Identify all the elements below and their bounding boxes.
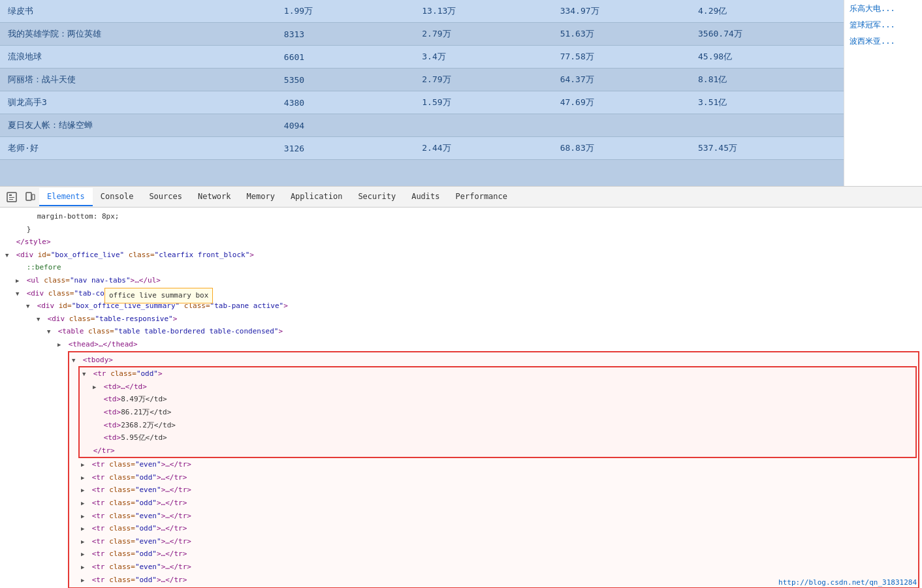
code-line-tr-odd5[interactable]: <tr class="odd">…</tr> <box>69 548 918 561</box>
table-cell: 77.58万 <box>552 46 690 69</box>
code-line-tr-odd[interactable]: <tr class="odd"> <box>80 367 915 380</box>
code-text: } <box>27 225 31 234</box>
code-line-table[interactable]: <table class="table table-bordered table… <box>0 325 922 338</box>
tab-audits[interactable]: Audits <box>404 188 447 206</box>
tag-tr: <tr <box>92 537 110 546</box>
table-cell: 8313 <box>276 23 414 46</box>
tag-td-open: <td> <box>104 421 121 429</box>
expand-icon[interactable] <box>81 499 87 508</box>
tab-security[interactable]: Security <box>350 188 404 206</box>
table-row: 驯龙高手3 4380 1.59万 47.69万 3.51亿 <box>0 91 844 114</box>
expand-icon[interactable] <box>26 302 33 311</box>
table-cell: 4.29亿 <box>690 0 844 23</box>
expand-icon[interactable] <box>72 356 78 365</box>
css-property: margin-bottom: 8px; <box>37 212 119 221</box>
table-cell: 2.79万 <box>414 23 552 46</box>
data-table: 绿皮书 1.99万 13.13万 334.97万 4.29亿 我的英雄学院：两位… <box>0 0 844 160</box>
table-cell: 334.97万 <box>552 0 690 23</box>
table-cell-title: 阿丽塔：战斗天使 <box>0 69 276 91</box>
code-line-thead[interactable]: <thead>…</thead> <box>0 338 922 351</box>
table-cell: 3.4万 <box>414 46 552 69</box>
status-bar-url[interactable]: http://blog.csdn.net/qn_31831284 <box>773 577 922 588</box>
tag-td: <td>…</td> <box>104 382 147 391</box>
code-line-td-23682: <td>2368.2万</td> <box>80 419 915 432</box>
tag-ul: <ul <box>27 276 44 285</box>
table-cell <box>690 114 844 137</box>
expand-icon[interactable] <box>81 549 87 559</box>
sidebar-link-1[interactable]: 乐高大电... <box>850 3 917 14</box>
tag-tr: <tr <box>93 369 111 378</box>
expand-icon[interactable] <box>16 276 22 285</box>
code-line-div-box[interactable]: <div id="box_office_live" class="clearfi… <box>0 249 922 262</box>
inspect-element-button[interactable] <box>3 188 21 206</box>
tag-thead: <thead>…</thead> <box>69 340 138 348</box>
expand-icon[interactable] <box>81 486 87 495</box>
code-line-div-summary[interactable]: <div id="box_office_live_summary" class=… <box>0 300 922 313</box>
code-line-tr-even5[interactable]: <tr class="even">…</tr> <box>69 561 918 574</box>
expand-icon[interactable] <box>81 460 87 469</box>
tab-elements[interactable]: Elements <box>39 188 93 206</box>
tab-performance[interactable]: Performance <box>448 188 515 206</box>
expand-icon[interactable] <box>16 289 22 298</box>
tab-console[interactable]: Console <box>93 188 142 206</box>
code-line-tr-odd4[interactable]: <tr class="odd">…</tr> <box>69 522 918 535</box>
expand-icon[interactable] <box>81 576 87 585</box>
code-line-tbody[interactable]: <tbody> <box>69 354 918 367</box>
table-cell: 13.13万 <box>414 0 552 23</box>
expand-icon[interactable] <box>81 512 87 521</box>
code-line-tr-even2[interactable]: <tr class="even">…</tr> <box>69 484 918 497</box>
td-value: 5.95亿</td> <box>121 433 167 442</box>
tag-tbody: <tbody> <box>83 356 113 364</box>
tag-tr: <tr <box>92 499 110 507</box>
tab-network[interactable]: Network <box>190 188 239 206</box>
table-cell: 3560.74万 <box>690 23 844 46</box>
code-line-tr-even3[interactable]: <tr class="even">…</tr> <box>69 510 918 523</box>
pseudo-before: ::before <box>27 263 61 271</box>
tab-application[interactable]: Application <box>283 188 350 206</box>
code-line-ul-nav[interactable]: <ul class="nav nav-tabs">…</ul> <box>0 274 922 287</box>
expand-icon[interactable] <box>81 537 87 546</box>
devtools-toolbar: Elements Console Sources Network Memory … <box>0 187 922 208</box>
expand-icon[interactable] <box>81 473 87 482</box>
code-line-tr-odd3[interactable]: <tr class="odd">…</tr> <box>69 497 918 510</box>
devtools-content: margin-bottom: 8px; } </style> <div id="… <box>0 208 922 588</box>
table-cell: 2.44万 <box>414 137 552 160</box>
code-line-tr-odd2[interactable]: <tr class="odd">…</tr> <box>69 471 918 484</box>
expand-icon[interactable] <box>5 251 12 260</box>
expand-icon[interactable] <box>81 524 87 533</box>
tag-tr: <tr <box>92 576 110 584</box>
expand-icon[interactable] <box>93 382 99 392</box>
expand-icon[interactable] <box>37 315 43 324</box>
sidebar-link-3[interactable]: 波西米亚... <box>850 36 917 47</box>
table-cell-title: 驯龙高手3 <box>0 91 276 114</box>
code-line-td-595: <td>5.95亿</td> <box>80 431 915 444</box>
table-cell <box>414 114 552 137</box>
code-line-tr-even4[interactable]: <tr class="even">…</tr> <box>69 535 918 548</box>
tag-tr: <tr <box>92 486 110 494</box>
code-line-td-8621: <td>86.21万</td> <box>80 406 915 419</box>
table-cell: 1.99万 <box>276 0 414 23</box>
table-row: 流浪地球 6601 3.4万 77.58万 45.98亿 <box>0 46 844 69</box>
device-toolbar-button[interactable] <box>21 188 39 206</box>
tab-memory[interactable]: Memory <box>239 188 283 206</box>
sidebar-link-2[interactable]: 篮球冠军... <box>850 20 917 31</box>
tag-table: <table <box>58 327 88 335</box>
expand-icon[interactable] <box>57 340 64 349</box>
expand-icon[interactable] <box>82 369 89 379</box>
tag-div: <div <box>48 315 69 323</box>
table-cell: 537.45万 <box>690 137 844 160</box>
tab-sources[interactable]: Sources <box>141 188 190 206</box>
tag-tr: <tr <box>92 524 110 533</box>
table-cell-title: 老师·好 <box>0 137 276 160</box>
code-line-css2: } <box>0 223 922 236</box>
code-line-td-dots[interactable]: <td>…</td> <box>80 380 915 394</box>
closing-style-tag: </style> <box>16 238 51 246</box>
code-line-div-table-responsive[interactable]: <div class="table-responsive"> <box>0 313 922 326</box>
expand-icon[interactable] <box>81 563 87 572</box>
tag-tr-close: </tr> <box>93 446 115 455</box>
code-line-before: ::before <box>0 261 922 274</box>
table-row: 夏日友人帐：结缘空蝉 4094 <box>0 114 844 137</box>
expand-icon[interactable] <box>47 327 54 336</box>
table-cell: 51.63万 <box>552 23 690 46</box>
code-line-tr-even1[interactable]: <tr class="even">…</tr> <box>69 458 918 471</box>
